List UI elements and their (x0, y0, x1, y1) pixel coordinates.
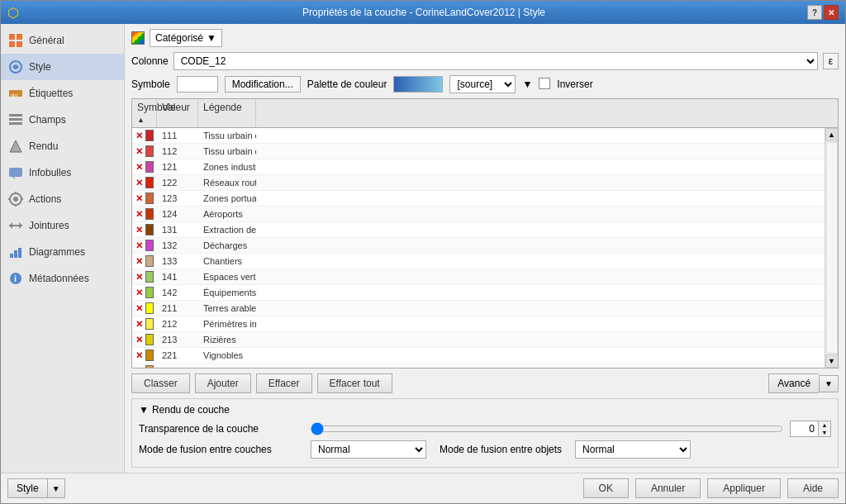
scroll-up-button[interactable]: ▲ (825, 128, 839, 141)
color-swatch (145, 177, 154, 188)
fusion-objets-select[interactable]: Normal (575, 440, 691, 459)
cell-symbol: ✕ (132, 222, 157, 237)
palette-source-select[interactable]: [source] (449, 75, 516, 93)
table-row[interactable]: ✕ 213 Rizières (132, 332, 825, 348)
inverser-checkbox[interactable] (539, 78, 550, 92)
table-row[interactable]: ✕ 212 Périmètres irrigués en permanence (132, 316, 825, 332)
rendu-collapse-icon[interactable]: ▼ (139, 404, 149, 416)
x-mark-icon: ✕ (135, 193, 143, 204)
close-button[interactable]: ✕ (824, 5, 839, 20)
aide-button[interactable]: Aide (787, 478, 839, 498)
classification-dropdown[interactable]: Catégorisé ▼ (150, 29, 222, 47)
style-dropdown-button[interactable]: ▼ (47, 478, 65, 498)
cell-legende: Zones portuaires (198, 192, 256, 205)
sidebar-item-rendu[interactable]: Rendu (1, 133, 124, 159)
colonne-select[interactable]: CODE_12 (173, 52, 818, 70)
annuler-button[interactable]: Annuler (635, 478, 701, 498)
sidebar-label-metadonnees: Métadonnées (29, 273, 89, 284)
sidebar-label-jointures: Jointures (29, 220, 69, 231)
bottom-buttons: Classer Ajouter Effacer Effacer tout Ava… (131, 373, 839, 393)
modification-button[interactable]: Modification... (225, 76, 301, 93)
sidebar-item-actions[interactable]: Actions (1, 186, 124, 212)
table-row[interactable]: ✕ 112 Tissu urbain discontinu (132, 144, 825, 159)
svg-text:i: i (14, 273, 17, 283)
fusion-couches-select[interactable]: Normal (311, 440, 426, 459)
x-mark-icon: ✕ (135, 240, 143, 251)
cell-symbol: ✕ (132, 144, 157, 159)
ok-button[interactable]: OK (583, 478, 629, 498)
sidebar-item-general[interactable]: Général (1, 27, 124, 54)
cell-symbol: ✕ (132, 191, 157, 206)
table-row[interactable]: ✕ 221 Vignobles (132, 348, 825, 364)
etiquettes-icon: abc (7, 85, 24, 102)
fusion-objets-label: Mode de fusion entre objets (440, 444, 562, 455)
transparence-input[interactable] (790, 421, 819, 437)
x-mark-icon: ✕ (135, 225, 143, 235)
table-row[interactable]: ✕ 141 Espaces verts urbains (132, 269, 825, 285)
sidebar-label-style: Style (29, 61, 51, 73)
cell-valeur: 122 (157, 176, 198, 189)
transparence-slider-container (311, 422, 783, 435)
avance-button[interactable]: Avancé (768, 373, 819, 393)
expression-button[interactable]: ε (823, 53, 839, 69)
table-row[interactable]: ✕ 111 Tissu urbain continu (132, 128, 825, 144)
classer-button[interactable]: Classer (131, 373, 190, 393)
table-row[interactable]: ✕ 123 Zones portuaires (132, 191, 825, 207)
style-icon (7, 59, 24, 75)
effacer-button[interactable]: Effacer (256, 373, 312, 393)
cell-legende: Rizières (198, 333, 256, 346)
color-swatch (145, 240, 154, 251)
svg-rect-24 (18, 248, 21, 258)
svg-rect-22 (10, 254, 13, 258)
appliquer-button[interactable]: Appliquer (707, 478, 781, 498)
spin-up-button[interactable]: ▲ (819, 421, 830, 429)
spin-down-button[interactable]: ▼ (819, 429, 830, 436)
table-row[interactable]: ✕ 122 Réseaux routier et ferroviaire et … (132, 175, 825, 191)
svg-rect-3 (17, 41, 22, 47)
spinner-arrows: ▲ ▼ (819, 421, 831, 437)
sidebar-item-metadonnees[interactable]: i Métadonnées (1, 265, 124, 292)
cell-legende: Tissu urbain discontinu (198, 145, 256, 158)
title-bar-buttons: ? ✕ (807, 5, 839, 20)
svg-marker-12 (12, 177, 16, 180)
sidebar-item-style[interactable]: Style (1, 54, 124, 80)
table-row[interactable]: ✕ 132 Décharges (132, 238, 825, 254)
svg-marker-20 (19, 222, 22, 229)
ajouter-button[interactable]: Ajouter (195, 373, 251, 393)
inverser-icon: ▼ (522, 78, 532, 90)
sidebar-item-etiquettes[interactable]: abc Étiquettes (1, 80, 124, 107)
x-mark-icon: ✕ (135, 288, 143, 298)
cell-valeur: 124 (157, 207, 198, 221)
transparence-label: Transparence de la couche (139, 423, 304, 435)
sidebar-item-jointures[interactable]: Jointures (1, 212, 124, 239)
sidebar-item-champs[interactable]: Champs (1, 107, 124, 133)
table-row[interactable]: ✕ 131 Extraction de matériaux (132, 222, 825, 238)
cell-symbol: ✕ (132, 316, 157, 331)
scrollbar[interactable]: ▲ ▼ (825, 128, 838, 368)
sidebar-item-diagrammes[interactable]: Diagrammes (1, 239, 124, 265)
cell-valeur: 121 (157, 160, 198, 174)
table-row[interactable]: ✕ 142 Équipements sportifs et de loisirs (132, 285, 825, 301)
effacer-tout-button[interactable]: Effacer tout (317, 373, 392, 393)
table-row[interactable]: ✕ 121 Zones industrielles ou commerciale… (132, 159, 825, 175)
jointures-icon (7, 217, 24, 234)
table-row[interactable]: ✕ 211 Terres arables hors périmètres d'i… (132, 301, 825, 316)
dropdown-arrow-icon: ▼ (207, 32, 216, 44)
sidebar-item-infobulles[interactable]: Infobulles (1, 159, 124, 186)
scroll-down-button[interactable]: ▼ (825, 354, 839, 368)
symbole-row: Symbole Modification... Palette de coule… (131, 75, 839, 93)
avance-dropdown-button[interactable]: ▼ (819, 375, 839, 392)
table-row[interactable]: ✕ 222 Vergers et petits fruits (132, 364, 825, 368)
svg-point-14 (13, 197, 18, 202)
help-button[interactable]: ? (807, 5, 822, 20)
table-row[interactable]: ✕ 124 Aéroports (132, 207, 825, 222)
cell-legende: Réseaux routier et ferroviaire et espace… (198, 176, 256, 189)
svg-marker-21 (9, 222, 12, 229)
colonne-row: Colonne CODE_12 ε (131, 52, 839, 70)
transparence-slider[interactable] (311, 422, 783, 435)
colonne-label: Colonne (131, 55, 169, 67)
table-row[interactable]: ✕ 133 Chantiers (132, 254, 825, 269)
svg-rect-0 (9, 34, 15, 40)
cell-valeur: 133 (157, 254, 198, 268)
style-button[interactable]: Style (7, 478, 47, 498)
